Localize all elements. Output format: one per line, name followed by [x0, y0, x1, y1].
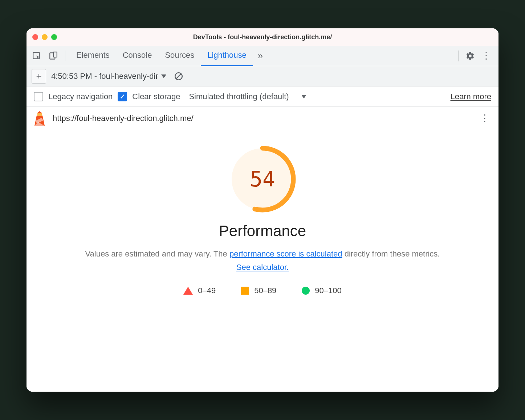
section-title: Performance [219, 222, 306, 240]
lighthouse-icon [33, 111, 46, 126]
circle-green-icon [302, 287, 310, 295]
settings-icon[interactable] [463, 49, 477, 63]
svg-rect-0 [33, 52, 39, 58]
zoom-window-icon[interactable] [51, 34, 57, 40]
lighthouse-toolbar: + 4:50:53 PM - foul-heavenly-dir [27, 66, 498, 86]
report-url: https://foul-heavenly-direction.glitch.m… [53, 114, 194, 123]
tabbar-right: ⋮ [463, 49, 493, 63]
device-toggle-icon[interactable] [46, 49, 61, 63]
square-orange-icon [241, 287, 249, 295]
legacy-navigation-checkbox[interactable] [34, 92, 43, 101]
score-legend: 0–49 50–89 90–100 [183, 286, 342, 295]
separator [65, 51, 65, 61]
tab-elements[interactable]: Elements [70, 46, 116, 66]
legend-average: 50–89 [241, 286, 276, 295]
learn-more-link[interactable]: Learn more [450, 92, 491, 101]
close-window-icon[interactable] [32, 34, 38, 40]
devtools-tabbar: Elements Console Sources Lighthouse » ⋮ [27, 46, 498, 66]
legacy-navigation-label: Legacy navigation [48, 92, 113, 101]
tab-console[interactable]: Console [116, 46, 159, 66]
score-calc-link[interactable]: performance score is calculated [229, 249, 342, 258]
clear-storage-checkbox[interactable] [118, 92, 127, 101]
more-tabs-icon[interactable]: » [253, 49, 268, 63]
see-calculator-link[interactable]: See calculator. [236, 263, 289, 272]
performance-score: 54 [228, 145, 297, 214]
triangle-red-icon [183, 287, 193, 295]
lighthouse-options: Legacy navigation Clear storage Simulate… [27, 86, 498, 107]
legend-fail: 0–49 [183, 286, 216, 295]
new-report-button[interactable]: + [32, 69, 46, 84]
report-url-bar: https://foul-heavenly-direction.glitch.m… [27, 107, 498, 130]
report-menu-icon[interactable]: ⋮ [477, 111, 492, 126]
separator [458, 51, 459, 61]
throttling-label: Simulated throttling (default) [189, 92, 289, 101]
tab-sources[interactable]: Sources [158, 46, 201, 66]
chevron-down-icon [161, 74, 166, 78]
window-title: DevTools - foul-heavenly-direction.glitc… [27, 33, 498, 41]
minimize-window-icon[interactable] [42, 34, 48, 40]
clear-storage-label: Clear storage [132, 92, 180, 101]
legend-pass: 90–100 [302, 286, 341, 295]
report-dropdown[interactable]: 4:50:53 PM - foul-heavenly-dir [51, 72, 166, 81]
clear-icon[interactable] [171, 69, 186, 84]
chevron-down-icon[interactable] [301, 95, 306, 98]
devtools-window: DevTools - foul-heavenly-direction.glitc… [27, 28, 498, 392]
tabs: Elements Console Sources Lighthouse » [70, 46, 454, 66]
report-dropdown-label: 4:50:53 PM - foul-heavenly-dir [51, 72, 158, 81]
kebab-menu-icon[interactable]: ⋮ [479, 49, 493, 63]
traffic-lights [32, 34, 57, 40]
tab-lighthouse[interactable]: Lighthouse [201, 46, 253, 66]
report-content: 54 Performance Values are estimated and … [27, 130, 498, 392]
inspect-icon[interactable] [29, 49, 44, 63]
performance-description: Values are estimated and may vary. The p… [85, 247, 440, 274]
performance-gauge: 54 [228, 145, 297, 214]
svg-rect-2 [53, 52, 57, 57]
titlebar: DevTools - foul-heavenly-direction.glitc… [27, 28, 498, 46]
